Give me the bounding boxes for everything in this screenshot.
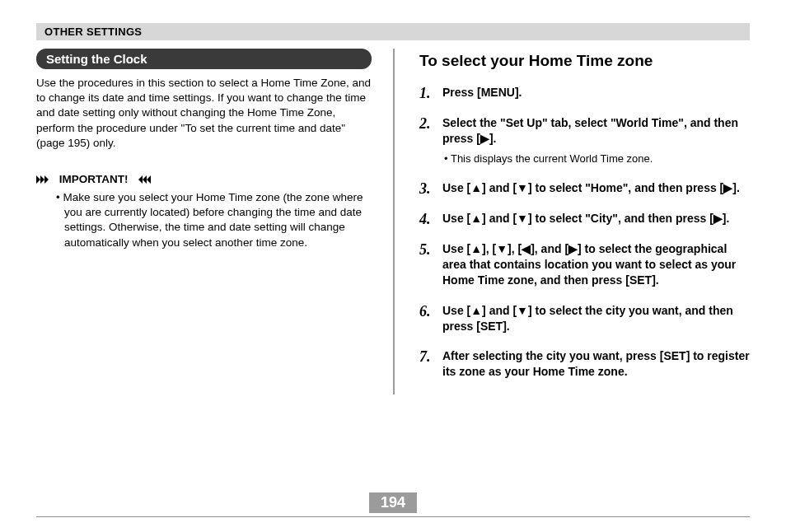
step-1: Press [MENU]. (419, 85, 750, 100)
topic-pill: Setting the Clock (36, 49, 372, 69)
section-header: OTHER SETTINGS (36, 23, 750, 40)
step-text: Use [▲] and [▼] to select "Home", and th… (442, 181, 740, 194)
step-2: Select the "Set Up" tab, select "World T… (419, 115, 750, 166)
intro-paragraph: Use the procedures in this section to se… (36, 76, 372, 151)
step-text: Press [MENU]. (442, 86, 522, 99)
step-5: Use [▲], [▼], [◀], and [▶] to select the… (419, 241, 750, 288)
procedure-heading: To select your Home Time zone (419, 52, 750, 70)
right-column: To select your Home Time zone Press [MEN… (393, 49, 750, 394)
important-heading: IMPORTANT! (36, 172, 372, 185)
step-text: Use [▲], [▼], [◀], and [▶] to select the… (442, 242, 736, 287)
step-sub: This displays the current World Time zon… (442, 152, 750, 166)
important-arrow-right-icon (36, 175, 53, 184)
step-text: After selecting the city you want, press… (442, 349, 750, 378)
content-columns: Setting the Clock Use the procedures in … (36, 49, 750, 394)
step-7: After selecting the city you want, press… (419, 348, 750, 380)
important-body: Make sure you select your Home Time zone… (36, 190, 372, 250)
important-label: IMPORTANT! (56, 173, 132, 185)
step-3: Use [▲] and [▼] to select "Home", and th… (419, 180, 750, 196)
step-list: Press [MENU]. Select the "Set Up" tab, s… (419, 85, 750, 380)
footer-rule (36, 516, 750, 517)
step-text: Use [▲] and [▼] to select "City", and th… (442, 212, 729, 225)
important-arrow-left-icon (134, 175, 151, 184)
step-4: Use [▲] and [▼] to select "City", and th… (419, 211, 750, 226)
left-column: Setting the Clock Use the procedures in … (36, 49, 393, 394)
page-footer: 194 (36, 492, 750, 517)
step-6: Use [▲] and [▼] to select the city you w… (419, 303, 750, 334)
page-number: 194 (369, 492, 417, 513)
step-text: Select the "Set Up" tab, select "World T… (442, 116, 738, 145)
step-text: Use [▲] and [▼] to select the city you w… (442, 304, 733, 333)
